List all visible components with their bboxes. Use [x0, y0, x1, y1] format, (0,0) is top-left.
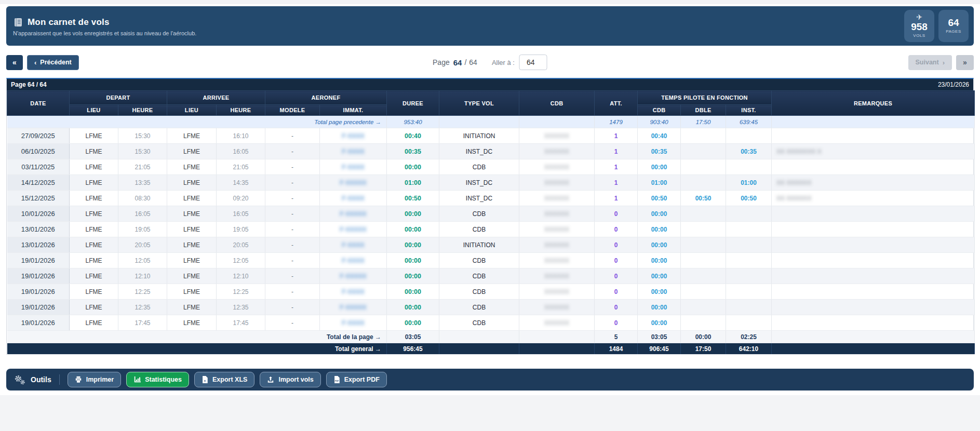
logbook-icon [13, 17, 23, 28]
cell-cdb: XXXXXX [519, 284, 595, 300]
export-xls-button[interactable]: x Export XLS [194, 372, 254, 387]
cell-type-vol: INST_DC [439, 175, 519, 191]
svg-text:x: x [204, 379, 206, 382]
cell-duree: 00:50 [387, 191, 439, 206]
col-header-type-vol: TYPE VOL [439, 91, 519, 116]
cell-inst [726, 253, 772, 268]
cell-immat-link[interactable]: F-XXXX [320, 159, 387, 175]
next-page-label: Suivant [916, 59, 939, 66]
cell-cdb: XXXXXX [519, 315, 595, 331]
cell-arrivee-heure: 16:05 [217, 144, 265, 159]
current-page-number: 64 [453, 58, 462, 67]
cell-immat-link[interactable]: F-XXXX [320, 253, 387, 268]
goto-page-input[interactable] [519, 55, 547, 70]
cell-remarque [772, 237, 975, 253]
cell-type-vol: INITIATION [439, 128, 519, 144]
cell-arrivee-lieu: LFME [167, 237, 217, 253]
bar-chart-icon [133, 376, 141, 383]
page-subtitle: N'apparaissent que les vols enregistrés … [13, 30, 900, 36]
previous-page-label: Précédent [40, 59, 71, 66]
print-button[interactable]: Imprimer [68, 372, 122, 387]
col-header-lieu-arrivee: LIEU [167, 105, 217, 116]
first-page-button[interactable]: « [6, 55, 23, 70]
pages-count: 64 [948, 18, 959, 29]
cell-inst [726, 315, 772, 331]
cell-dble [681, 284, 726, 300]
cell-modele: - [265, 128, 320, 144]
table-caption-bar: Page 64 / 64 23/01/2026 [7, 79, 973, 90]
cell-depart-lieu: LFME [70, 300, 118, 315]
cell-tpf-cdb: 00:00 [638, 222, 681, 237]
flight-row: 19/01/2026 LFME 12:10 LFME 12:10 - F-XXX… [7, 268, 975, 284]
cell-arrivee-lieu: LFME [167, 222, 217, 237]
cell-cdb: XXXXXX [519, 206, 595, 222]
cell-remarque [772, 159, 975, 175]
cell-cdb: XXXXXX [519, 128, 595, 144]
cell-immat-link[interactable]: F-XXXX [320, 128, 387, 144]
cell-duree: 01:00 [387, 175, 439, 191]
cell-immat-link[interactable]: F-XXXX [320, 144, 387, 159]
cell-duree: 00:00 [387, 206, 439, 222]
cell-type-vol: CDB [439, 206, 519, 222]
cell-modele: - [265, 300, 320, 315]
cell-immat-link[interactable]: F-XXXXX [320, 268, 387, 284]
top-strip [0, 0, 980, 4]
cell-depart-heure: 12:10 [118, 268, 167, 284]
import-flights-label: Import vols [278, 376, 313, 383]
cell-duree: 00:00 [387, 253, 439, 268]
cell-date: 19/01/2026 [7, 284, 70, 300]
cell-immat-link[interactable]: F-XXXX [320, 284, 387, 300]
table-page-indicator: Page 64 / 64 [11, 81, 47, 88]
cell-type-vol: CDB [439, 222, 519, 237]
cell-immat-link[interactable]: F-XXXXX [320, 206, 387, 222]
statistics-button[interactable]: Statistiques [126, 372, 189, 387]
cell-date: 10/01/2026 [7, 206, 70, 222]
flights-count-label: VOLS [913, 34, 925, 38]
cell-type-vol: CDB [439, 284, 519, 300]
cell-arrivee-lieu: LFME [167, 300, 217, 315]
cell-date: 19/01/2026 [7, 253, 70, 268]
export-pdf-button[interactable]: PDF Export PDF [326, 372, 387, 387]
cell-immat-link[interactable]: F-XXXXX [320, 175, 387, 191]
cell-type-vol: INST_DC [439, 144, 519, 159]
col-header-duree: DUREE [387, 91, 439, 116]
cell-immat-link[interactable]: F-XXXX [320, 315, 387, 331]
cell-immat-link[interactable]: F-XXXXX [320, 300, 387, 315]
cell-depart-lieu: LFME [70, 284, 118, 300]
last-page-button[interactable]: » [956, 55, 974, 70]
cell-cdb: XXXXXX [519, 237, 595, 253]
cell-remarque [772, 284, 975, 300]
cell-dble [681, 206, 726, 222]
cell-arrivee-heure: 09:20 [217, 191, 265, 206]
export-pdf-label: Export PDF [344, 376, 380, 383]
previous-page-button[interactable]: ‹ Précédent [27, 55, 79, 70]
cell-att: 1 [595, 191, 638, 206]
flight-row: 03/11/2025 LFME 21:05 LFME 21:05 - F-XXX… [7, 159, 975, 175]
file-xls-icon: x [202, 376, 208, 383]
pagination-bar: « ‹ Précédent Page 64 / 64 Aller à : Sui… [6, 54, 974, 71]
cell-depart-heure: 12:25 [118, 284, 167, 300]
cell-inst [726, 237, 772, 253]
cell-date: 15/12/2025 [7, 191, 70, 206]
cell-arrivee-heure: 14:35 [217, 175, 265, 191]
cell-remarque: XX XXXXXX [772, 175, 975, 191]
flight-row: 15/12/2025 LFME 08:30 LFME 09:20 - F-XXX… [7, 191, 975, 206]
import-flights-button[interactable]: Import vols [260, 372, 320, 387]
col-header-att: ATT. [595, 91, 638, 116]
cell-depart-heure: 19:05 [118, 222, 167, 237]
cell-arrivee-heure: 21:05 [217, 159, 265, 175]
cell-inst [726, 300, 772, 315]
cell-immat-link[interactable]: F-XXXX [320, 191, 387, 206]
cell-dble [681, 159, 726, 175]
cell-modele: - [265, 144, 320, 159]
cell-tpf-cdb: 00:00 [638, 300, 681, 315]
cell-type-vol: INST_DC [439, 191, 519, 206]
cell-immat-link[interactable]: F-XXXXX [320, 222, 387, 237]
cell-remarque [772, 222, 975, 237]
cell-inst [726, 268, 772, 284]
cell-depart-lieu: LFME [70, 206, 118, 222]
next-page-button[interactable]: Suivant › [908, 55, 952, 70]
cell-date: 13/01/2026 [7, 237, 70, 253]
cell-immat-link[interactable]: F-XXXX [320, 237, 387, 253]
cell-arrivee-lieu: LFME [167, 144, 217, 159]
